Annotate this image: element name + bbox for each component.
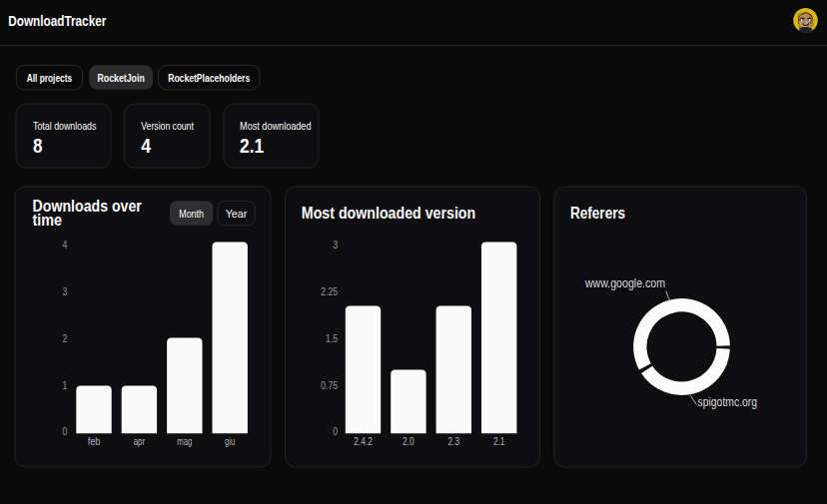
svg-text:Month: Month — [179, 208, 204, 220]
svg-text:1: 1 — [63, 380, 68, 391]
svg-text:www.google.com: www.google.com — [584, 276, 665, 290]
svg-text:RocketJoin: RocketJoin — [97, 72, 145, 84]
svg-text:feb: feb — [88, 435, 101, 447]
svg-text:3: 3 — [63, 286, 68, 297]
svg-text:Total downloads: Total downloads — [33, 120, 97, 132]
svg-text:0.75: 0.75 — [321, 380, 338, 391]
svg-text:2.4.2: 2.4.2 — [354, 435, 373, 447]
svg-text:3: 3 — [333, 240, 338, 251]
svg-text:mag: mag — [177, 435, 192, 447]
svg-text:0: 0 — [333, 426, 338, 437]
svg-text:4: 4 — [63, 240, 68, 251]
svg-text:Referers: Referers — [570, 204, 625, 222]
svg-text:4: 4 — [141, 135, 152, 157]
svg-text:2.3: 2.3 — [448, 435, 460, 447]
svg-text:Most downloaded: Most downloaded — [240, 120, 311, 132]
svg-text:Version count: Version count — [141, 120, 194, 132]
svg-text:2.1: 2.1 — [493, 435, 505, 447]
svg-text:2: 2 — [63, 333, 68, 344]
svg-text:apr: apr — [134, 435, 146, 447]
svg-text:All projects: All projects — [27, 72, 73, 84]
svg-text:giu: giu — [225, 435, 235, 447]
svg-text:8: 8 — [33, 135, 43, 157]
svg-text:RocketPlaceholders: RocketPlaceholders — [168, 72, 250, 84]
svg-text:spigotmc.org: spigotmc.org — [698, 395, 758, 409]
svg-text:time: time — [33, 211, 63, 229]
svg-text:2.0: 2.0 — [403, 435, 414, 447]
svg-text:0: 0 — [63, 426, 68, 437]
svg-text:2.25: 2.25 — [321, 286, 338, 297]
svg-text:Year: Year — [226, 208, 248, 220]
svg-text:Most downloaded version: Most downloaded version — [302, 204, 475, 222]
svg-text:2.1: 2.1 — [240, 135, 264, 157]
svg-text:1.5: 1.5 — [326, 333, 338, 344]
svg-text:DownloadTracker: DownloadTracker — [8, 12, 106, 29]
